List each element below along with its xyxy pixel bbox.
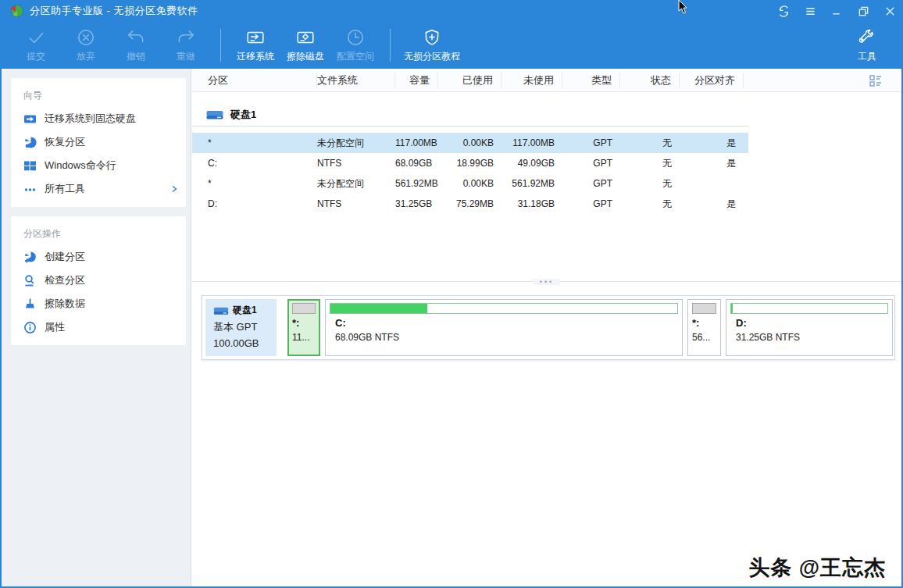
tutorial-shield-icon bbox=[422, 27, 442, 48]
cell-filesystem: NTFS bbox=[317, 198, 395, 209]
menu-icon bbox=[805, 5, 816, 17]
redo-icon bbox=[176, 27, 196, 48]
recover-partition-icon bbox=[23, 136, 37, 149]
cell-filesystem: 未分配空间 bbox=[317, 137, 395, 150]
partition-label: C: bbox=[335, 317, 678, 329]
chevron-right-icon bbox=[170, 185, 178, 193]
sidebar-item-windows-cli[interactable]: Windows命令行 bbox=[11, 154, 186, 177]
discard-button[interactable]: 放弃 bbox=[61, 24, 111, 66]
tools-button[interactable]: 工具 bbox=[842, 24, 892, 66]
sidebar-item-label: 创建分区 bbox=[45, 250, 85, 264]
partition-size: 56... bbox=[692, 332, 716, 343]
ellipsis-icon bbox=[23, 183, 37, 196]
cell-used: 0.00KB bbox=[438, 137, 501, 148]
cell-aligned: 是 bbox=[680, 157, 744, 170]
cell-status: 无 bbox=[620, 177, 680, 191]
section-title: 分区操作 bbox=[11, 221, 186, 245]
partition-block-c[interactable]: C: 68.09GB NTFS bbox=[325, 299, 683, 356]
column-header-capacity[interactable]: 容量 bbox=[395, 73, 438, 88]
cell-used: 0.00KB bbox=[438, 178, 501, 189]
disk-type: 基本 GPT bbox=[213, 320, 277, 334]
cell-type: GPT bbox=[562, 198, 620, 209]
sidebar-item-create-partition[interactable]: 创建分区 bbox=[11, 245, 186, 269]
column-header-filesystem[interactable]: 文件系统 bbox=[317, 73, 395, 88]
disk-group-row[interactable]: 硬盘1 bbox=[192, 103, 748, 127]
migrate-system-button[interactable]: 迁移系统 bbox=[230, 24, 280, 66]
toolbar-separator bbox=[220, 29, 221, 62]
tutorial-button[interactable]: 无损分区教程 bbox=[400, 24, 464, 66]
usage-bar bbox=[330, 303, 678, 314]
sidebar-item-label: 迁移系统到固态硬盘 bbox=[45, 112, 136, 126]
cell-filesystem: NTFS bbox=[317, 158, 395, 169]
column-header-alignment[interactable]: 分区对齐 bbox=[680, 73, 744, 88]
cell-partition: D: bbox=[208, 198, 317, 209]
detail-view-icon[interactable] bbox=[869, 74, 883, 87]
sidebar-item-migrate-ssd[interactable]: 迁移系统到固态硬盘 bbox=[11, 107, 186, 130]
table-row[interactable]: * 未分配空间 561.92MB 0.00KB 561.92MB GPT 无 bbox=[192, 173, 748, 194]
sidebar-item-check-partition[interactable]: 检查分区 bbox=[11, 269, 186, 292]
minimize-icon bbox=[831, 5, 843, 17]
menu-button[interactable] bbox=[797, 0, 823, 22]
cell-unused: 49.09GB bbox=[501, 158, 562, 169]
refresh-icon bbox=[778, 5, 790, 17]
partition-block-d[interactable]: D: 31.25GB NTFS bbox=[726, 299, 893, 356]
cell-type: GPT bbox=[562, 178, 620, 189]
table-row[interactable]: C: NTFS 68.09GB 18.99GB 49.09GB GPT 无 是 bbox=[192, 153, 748, 173]
cell-status: 无 bbox=[620, 198, 680, 211]
commit-button[interactable]: 提交 bbox=[11, 24, 61, 66]
migrate-system-icon bbox=[245, 27, 266, 48]
toolbar: 提交 放弃 撤销 重做 迁移系统 擦除磁盘 配置空 bbox=[0, 22, 903, 69]
refresh-button[interactable] bbox=[770, 0, 797, 22]
column-header-status[interactable]: 状态 bbox=[620, 73, 680, 88]
create-partition-icon bbox=[23, 251, 37, 264]
commit-check-icon bbox=[26, 27, 46, 48]
sidebar-item-wipe-data[interactable]: 擦除数据 bbox=[11, 292, 186, 315]
minimize-button[interactable] bbox=[823, 0, 850, 22]
cell-used: 75.29MB bbox=[438, 198, 501, 209]
cell-status: 无 bbox=[620, 137, 680, 150]
disk-info-block[interactable]: 硬盘1 基本 GPT 100.00GB bbox=[205, 299, 277, 356]
windows-icon bbox=[23, 159, 37, 173]
sidebar-item-label: 属性 bbox=[45, 320, 65, 334]
sidebar-item-properties[interactable]: 属性 bbox=[11, 315, 186, 339]
partition-label: D: bbox=[736, 317, 888, 329]
app-window: 分区助手专业版 - 无损分区免费软件 bbox=[0, 0, 903, 588]
wrench-icon bbox=[857, 27, 877, 48]
column-header-used[interactable]: 已使用 bbox=[438, 73, 501, 88]
undo-icon bbox=[126, 27, 146, 48]
table-row[interactable]: * 未分配空间 117.00MB 0.00KB 117.00MB GPT 无 是 bbox=[192, 133, 748, 153]
allocate-space-button[interactable]: 配置空间 bbox=[330, 24, 380, 66]
cell-capacity: 117.00MB bbox=[395, 137, 438, 148]
sidebar-item-label: 擦除数据 bbox=[45, 297, 85, 311]
disk-map-panel: 硬盘1 基本 GPT 100.00GB *: 11... C: 68.09GB … bbox=[202, 295, 895, 360]
app-logo-icon bbox=[9, 4, 23, 18]
cell-aligned: 是 bbox=[680, 198, 744, 211]
close-button[interactable] bbox=[876, 0, 903, 22]
section-title: 向导 bbox=[11, 83, 186, 107]
table-row[interactable]: D: NTFS 31.25GB 75.29MB 31.18GB GPT 无 是 bbox=[192, 194, 748, 214]
erase-disk-button[interactable]: 擦除磁盘 bbox=[280, 24, 330, 66]
allocate-space-icon bbox=[345, 27, 366, 48]
close-icon bbox=[884, 5, 896, 17]
cell-filesystem: 未分配空间 bbox=[317, 177, 395, 191]
window-controls bbox=[770, 0, 903, 22]
column-header-unused[interactable]: 未使用 bbox=[501, 73, 562, 88]
partition-block-unallocated-2[interactable]: *: 56... bbox=[687, 299, 721, 356]
restore-icon bbox=[858, 5, 869, 17]
cell-unused: 117.00MB bbox=[501, 137, 562, 148]
partition-block-unallocated-1[interactable]: *: 11... bbox=[287, 299, 320, 356]
restore-button[interactable] bbox=[850, 0, 876, 22]
toolbar-separator bbox=[390, 29, 391, 62]
disk-name: 硬盘1 bbox=[233, 304, 257, 317]
properties-info-icon bbox=[23, 321, 37, 334]
undo-button[interactable]: 撤销 bbox=[111, 24, 161, 66]
cell-aligned: 是 bbox=[680, 137, 744, 150]
pane-splitter[interactable]: ••• bbox=[192, 281, 901, 287]
redo-button[interactable]: 重做 bbox=[161, 24, 211, 66]
column-header-partition[interactable]: 分区 bbox=[208, 73, 317, 88]
sidebar-item-recover-partition[interactable]: 恢复分区 bbox=[11, 130, 186, 154]
sidebar-item-all-tools[interactable]: 所有工具 bbox=[11, 177, 186, 201]
partition-size: 11... bbox=[292, 332, 316, 343]
mouse-cursor bbox=[678, 0, 689, 16]
column-header-type[interactable]: 类型 bbox=[562, 73, 620, 88]
